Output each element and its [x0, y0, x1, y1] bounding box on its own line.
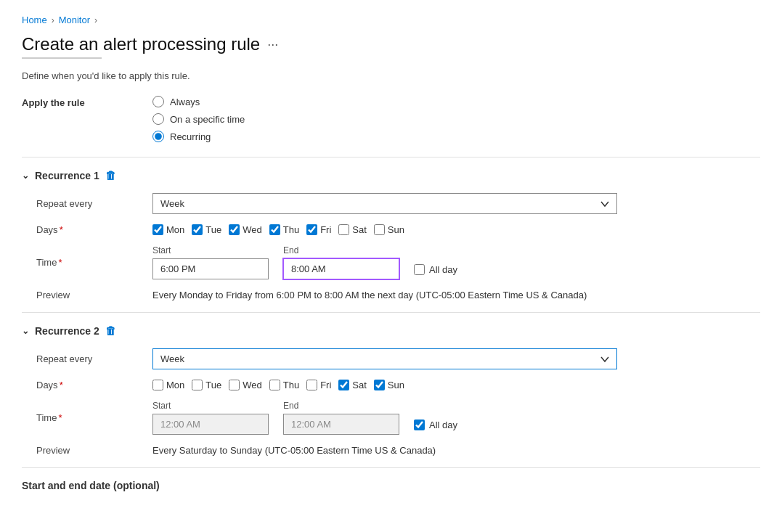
page-title-container: Create an alert processing rule ··· [22, 34, 760, 54]
day-tue1[interactable]: Tue [192, 224, 221, 235]
day-fri1-label: Fri [320, 224, 331, 235]
recurrence2-title: Recurrence 2 [35, 325, 99, 337]
recurrence2-end-input[interactable] [283, 414, 399, 435]
day-wed2-label: Wed [243, 380, 262, 390]
recurrence1-end-input[interactable] [283, 258, 399, 279]
apply-rule-label: Apply the rule [22, 96, 152, 108]
recurrence1-time-label: Time* [22, 257, 152, 268]
recurrence2-days-label: Days* [22, 380, 152, 390]
day-fri1[interactable]: Fri [306, 224, 331, 235]
day-sun1-check[interactable] [374, 224, 385, 235]
radio-always-input[interactable] [152, 96, 164, 107]
day-fri1-check[interactable] [306, 224, 317, 235]
recurrence1-preview-row: Preview Every Monday to Friday from 6:00… [22, 290, 760, 300]
recurrence2-allday-label: All day [429, 420, 457, 430]
radio-recurring[interactable]: Recurring [152, 131, 245, 142]
day-sun2-check[interactable] [374, 380, 385, 390]
day-wed2[interactable]: Wed [229, 380, 262, 390]
day-mon2[interactable]: Mon [152, 380, 184, 390]
recurrence1-days-label: Days* [22, 224, 152, 235]
ellipsis-menu[interactable]: ··· [267, 37, 278, 52]
day-sat2[interactable]: Sat [338, 380, 367, 390]
recurrence1-days-row: Days* Mon Tue Wed Thu Fri [22, 224, 760, 235]
recurrence1-end-field: End [283, 245, 399, 279]
day-mon1[interactable]: Mon [152, 224, 184, 235]
apply-rule-radio-group: Always On a specific time Recurring [152, 96, 245, 142]
day-sun1-label: Sun [388, 224, 404, 235]
recurrence2-time-row: Time* Start End All day [22, 401, 760, 435]
recurrence1-allday-check[interactable] [414, 264, 425, 275]
day-mon2-check[interactable] [152, 380, 163, 390]
day-sun1[interactable]: Sun [374, 224, 404, 235]
recurrence1-preview-label: Preview [22, 290, 152, 300]
radio-recurring-input[interactable] [152, 131, 164, 142]
title-underline [22, 57, 102, 59]
day-thu1-label: Thu [283, 224, 299, 235]
recurrence1-days-list: Mon Tue Wed Thu Fri Sat [152, 224, 404, 235]
recurrence2-start-field: Start [152, 401, 269, 435]
breadcrumb-monitor[interactable]: Monitor [59, 15, 90, 25]
day-sun2[interactable]: Sun [374, 380, 404, 390]
breadcrumb-sep1: › [52, 15, 54, 25]
radio-specific-input[interactable] [152, 113, 164, 125]
recurrence2-preview-label: Preview [22, 445, 152, 456]
radio-specific-label: On a specific time [170, 114, 245, 125]
breadcrumb-home[interactable]: Home [22, 15, 47, 25]
recurrence1-chevron[interactable]: ⌄ [22, 171, 29, 181]
day-thu2-check[interactable] [269, 380, 280, 390]
day-thu2[interactable]: Thu [269, 380, 299, 390]
recurrence2-delete-icon[interactable]: 🗑 [105, 324, 116, 337]
day-sun2-label: Sun [388, 380, 404, 390]
start-end-title: Start and end date (optional) [22, 480, 760, 491]
recurrence2-end-label: End [283, 401, 399, 411]
recurrence1-time-fields: Start End All day [152, 245, 457, 279]
recurrence2-allday-check[interactable] [414, 420, 425, 430]
recurrence1-repeat-row: Repeat every Week Day Month [22, 193, 760, 214]
recurrence2-repeat-row: Repeat every Week Day Month [22, 348, 760, 369]
day-sat1-check[interactable] [338, 224, 349, 235]
radio-recurring-label: Recurring [170, 131, 211, 142]
recurrence2-end-field: End [283, 401, 399, 435]
recurrence1-preview-text: Every Monday to Friday from 6:00 PM to 8… [152, 290, 587, 300]
recurrence2-preview-text: Every Saturday to Sunday (UTC-05:00 East… [152, 445, 436, 456]
day-fri2[interactable]: Fri [306, 380, 331, 390]
recurrence2-preview-row: Preview Every Saturday to Sunday (UTC-05… [22, 445, 760, 456]
day-wed2-check[interactable] [229, 380, 240, 390]
day-tue2[interactable]: Tue [192, 380, 221, 390]
day-fri2-label: Fri [320, 380, 331, 390]
day-thu1-check[interactable] [269, 224, 280, 235]
radio-specific[interactable]: On a specific time [152, 113, 245, 125]
recurrence1-header: ⌄ Recurrence 1 🗑 [22, 169, 760, 181]
days2-required: * [60, 380, 63, 390]
recurrence1-delete-icon[interactable]: 🗑 [105, 169, 116, 181]
day-sat2-check[interactable] [338, 380, 349, 390]
day-mon1-check[interactable] [152, 224, 163, 235]
recurrence1-start-input[interactable] [152, 258, 269, 279]
day-tue1-check[interactable] [192, 224, 203, 235]
section-divider [22, 467, 760, 468]
day-wed1[interactable]: Wed [229, 224, 262, 235]
recurrence2-block: ⌄ Recurrence 2 🗑 Repeat every Week Day M… [22, 312, 760, 456]
radio-always[interactable]: Always [152, 96, 245, 107]
recurrence2-start-label: Start [152, 401, 269, 411]
recurrence1-allday[interactable]: All day [414, 264, 457, 279]
recurrence2-chevron[interactable]: ⌄ [22, 326, 29, 336]
day-thu1[interactable]: Thu [269, 224, 299, 235]
recurrence1-time-row: Time* Start End All day [22, 245, 760, 279]
day-sat1-label: Sat [352, 224, 367, 235]
day-tue2-check[interactable] [192, 380, 203, 390]
recurrence1-allday-label: All day [429, 264, 457, 275]
recurrence1-repeat-label: Repeat every [22, 198, 152, 209]
recurrence2-allday[interactable]: All day [414, 420, 457, 435]
day-wed1-check[interactable] [229, 224, 240, 235]
recurrence1-repeat-select[interactable]: Week Day Month [152, 193, 617, 214]
days-required: * [60, 224, 63, 235]
page-description: Define when you'd like to apply this rul… [22, 70, 760, 81]
recurrence2-start-input[interactable] [152, 414, 269, 435]
day-mon1-label: Mon [166, 224, 184, 235]
recurrence1-end-label: End [283, 245, 399, 255]
day-fri2-check[interactable] [306, 380, 317, 390]
recurrence2-repeat-select[interactable]: Week Day Month [152, 348, 617, 369]
recurrence2-time-fields: Start End All day [152, 401, 457, 435]
day-sat1[interactable]: Sat [338, 224, 367, 235]
